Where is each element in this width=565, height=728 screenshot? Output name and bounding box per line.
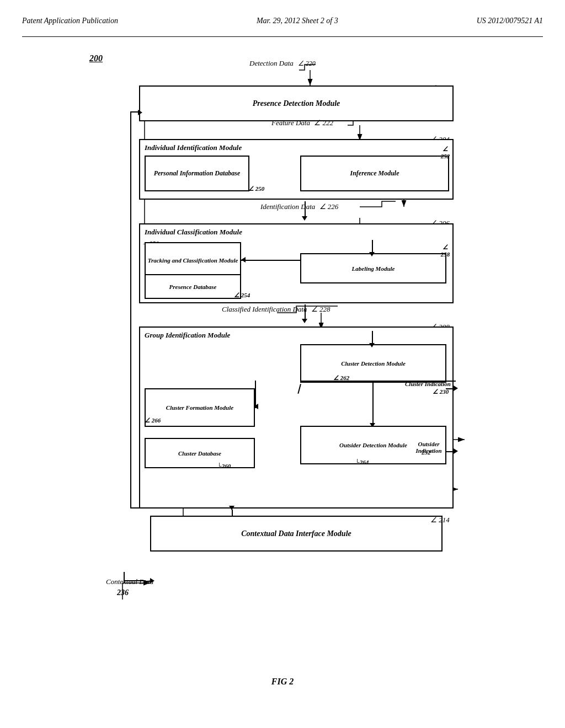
contextual-data-label: Contextual Data (106, 577, 153, 586)
detection-data-label: Detection Data ∠ 220 (249, 58, 316, 68)
contextual-data-interface-box: Contextual Data Interface Module (150, 516, 443, 552)
page: Patent Application Publication Mar. 29, … (0, 0, 565, 728)
arrow-context-up (232, 510, 233, 516)
ref-264: └264 (355, 459, 369, 465)
bracket-context-h (124, 580, 146, 581)
ref-260: └260 (217, 463, 231, 469)
diagram-container: 200 Detection Data ∠ 220 ∠ 202 Presence … (89, 53, 476, 660)
arrowhead-labeling (369, 252, 375, 256)
arrow-to-outsider (372, 383, 374, 424)
ref-232: 232 (422, 449, 431, 456)
arrowhead-tracking (241, 257, 246, 263)
arrow-tracking (241, 260, 300, 261)
arrowhead-cluster-form (254, 404, 258, 409)
ref-250: ∠ 250 (248, 185, 264, 192)
feature-data-label: Feature Data ∠ 222 (271, 119, 333, 127)
labeling-module-box: Labeling Module (300, 253, 446, 283)
ref-258: ∠ 258 (438, 244, 452, 258)
ref-236: 236 (117, 588, 129, 597)
arrow-outsider-ind (446, 451, 454, 452)
arrowhead-context-right (150, 578, 154, 584)
header-right: US 2012/0079521 A1 (477, 17, 543, 25)
page-header: Patent Application Publication Mar. 29, … (22, 11, 543, 37)
left-side-bottom-h (130, 507, 139, 508)
group-identification-box: Group Identification Module Cluster Dete… (139, 326, 454, 508)
ref-252: ∠ 252 (438, 146, 452, 159)
left-side-line (130, 111, 131, 508)
arrow-to-cluster-form (297, 384, 301, 394)
cluster-indication-label: Cluster Indication (405, 381, 451, 387)
arrowhead-cluster-detect-in (369, 343, 375, 347)
header-left: Patent Application Publication (22, 17, 118, 25)
arrowhead-outsider-ind (454, 448, 458, 454)
classified-id-label: Classified Identification Data ∠ 228 (222, 305, 331, 314)
individual-classification-box: Individual Classification Module —256 Tr… (139, 223, 454, 303)
arrow-cluster-detect-in (372, 331, 373, 344)
arrowhead-context-up (229, 506, 234, 510)
identification-data-label: Identification Data ∠ 226 (260, 202, 338, 211)
presence-detection-box: Presence Detection Module (139, 85, 454, 121)
inference-module-box: Inference Module (300, 156, 449, 191)
arrowhead-id (302, 216, 307, 221)
personal-info-db-box: Personal Information Database (145, 156, 249, 191)
ref-266: ∠ 266 (145, 417, 161, 424)
ref-254: ∠ 254 (234, 292, 250, 299)
fig-caption: FIG 2 (22, 677, 543, 687)
bracket-context (124, 572, 125, 583)
arrow-labeling (372, 240, 373, 253)
ref-200: 200 (89, 53, 103, 63)
arrow-cluster-ind (446, 388, 454, 389)
arrow-classified (305, 304, 306, 320)
arrowhead-classified (302, 319, 307, 323)
tracking-classification-box: Tracking and Classification Module (145, 242, 241, 278)
arrow-id-data (305, 201, 306, 218)
cluster-detection-box: Cluster Detection Module (300, 344, 446, 383)
header-center: Mar. 29, 2012 Sheet 2 of 3 (257, 17, 338, 25)
ref-214: ∠ 214 (430, 516, 450, 524)
arrowhead-cluster-ind (454, 386, 458, 391)
presence-database-box: Presence Database (145, 274, 241, 299)
arrowhead-left-top (138, 110, 142, 115)
cluster-formation-box: Cluster Formation Module (145, 388, 255, 427)
cluster-database-box: Cluster Database (145, 438, 255, 468)
individual-identification-box: Individual Identification Module Persona… (139, 139, 454, 200)
